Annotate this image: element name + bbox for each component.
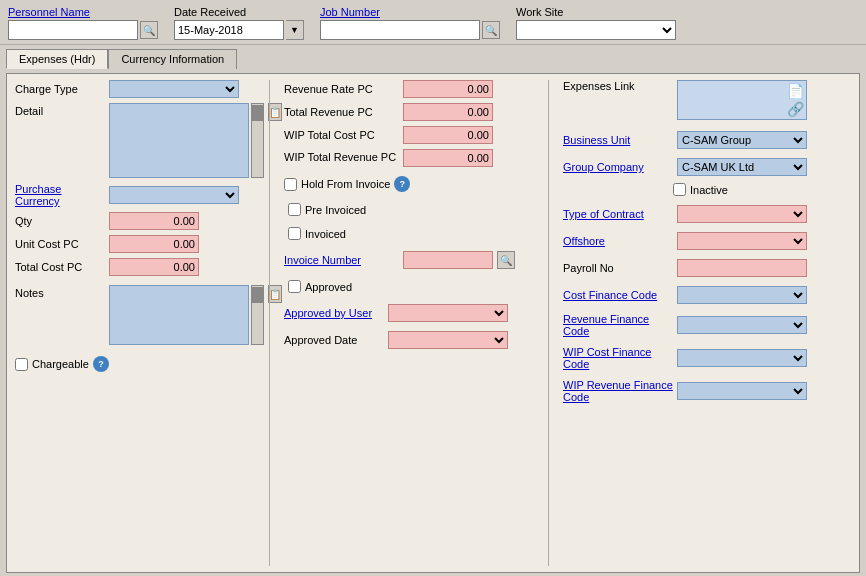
invoice-number-search-icon[interactable]: 🔍 [497, 251, 515, 269]
expenses-link-box: 📄 🔗 [677, 80, 807, 120]
group-company-select[interactable]: C-SAM UK Ltd [677, 158, 807, 176]
chargeable-row: Chargeable ? [15, 356, 255, 372]
payroll-no-input[interactable] [677, 259, 807, 277]
wip-total-revenue-pc-input[interactable] [403, 149, 493, 167]
unit-cost-pc-input[interactable] [109, 235, 199, 253]
expenses-link-paperclip-icon[interactable]: 🔗 [787, 101, 804, 117]
total-cost-pc-label: Total Cost PC [15, 261, 105, 273]
approved-by-user-label[interactable]: Approved by User [284, 307, 384, 319]
group-company-row: Group Company C-SAM UK Ltd [563, 158, 823, 176]
approved-by-user-select[interactable] [388, 304, 508, 322]
qty-input[interactable] [109, 212, 199, 230]
expenses-link-label: Expenses Link [563, 80, 673, 92]
type-of-contract-label[interactable]: Type of Contract [563, 208, 673, 220]
form-panel: Charge Type Detail 📋 [6, 73, 860, 573]
job-number-search-icon[interactable]: 🔍 [482, 21, 500, 39]
revenue-rate-pc-label: Revenue Rate PC [284, 83, 399, 95]
revenue-finance-code-select[interactable] [677, 316, 807, 334]
offshore-select[interactable] [677, 232, 807, 250]
total-cost-pc-row: Total Cost PC [15, 258, 255, 276]
work-site-select[interactable] [516, 20, 676, 40]
revenue-rate-pc-input[interactable] [403, 80, 493, 98]
approved-date-row: Approved Date [284, 331, 534, 349]
total-cost-pc-input[interactable] [109, 258, 199, 276]
work-site-group: Work Site [516, 6, 676, 40]
divider-2 [548, 80, 549, 566]
job-number-label[interactable]: Job Number [320, 6, 500, 18]
hold-from-invoice-label: Hold From Invoice [301, 178, 390, 190]
approved-row: Approved [284, 280, 534, 293]
wip-total-revenue-pc-label: WIP Total Revenue PC [284, 151, 399, 164]
wip-revenue-finance-code-label[interactable]: WIP Revenue Finance Code [563, 379, 673, 403]
invoice-number-label[interactable]: Invoice Number [284, 254, 399, 266]
wip-cost-finance-code-label[interactable]: WIP Cost Finance Code [563, 346, 673, 370]
group-company-label[interactable]: Group Company [563, 161, 673, 173]
hold-from-invoice-row: Hold From Invoice ? [284, 176, 534, 192]
col-right: Expenses Link 📄 🔗 Business Unit [563, 80, 823, 566]
revenue-rate-pc-row: Revenue Rate PC [284, 80, 534, 98]
personnel-name-search-icon[interactable]: 🔍 [140, 21, 158, 39]
invoice-number-input[interactable] [403, 251, 493, 269]
personnel-name-label[interactable]: Personnel Name [8, 6, 158, 18]
business-unit-label[interactable]: Business Unit [563, 134, 673, 146]
divider-1 [269, 80, 270, 566]
job-number-wrap: 🔍 [320, 20, 500, 40]
cost-finance-code-select[interactable] [677, 286, 807, 304]
business-unit-row: Business Unit C-SAM Group [563, 131, 823, 149]
job-number-input[interactable] [320, 20, 480, 40]
date-received-input[interactable] [174, 20, 284, 40]
wip-total-cost-pc-input[interactable] [403, 126, 493, 144]
tab-currency-information[interactable]: Currency Information [108, 49, 237, 69]
total-revenue-pc-row: Total Revenue PC [284, 103, 534, 121]
total-revenue-pc-input[interactable] [403, 103, 493, 121]
approved-date-select[interactable] [388, 331, 508, 349]
notes-textarea[interactable] [109, 285, 249, 345]
personnel-name-wrap: 🔍 [8, 20, 158, 40]
wip-total-cost-pc-row: WIP Total Cost PC [284, 126, 534, 144]
work-site-label: Work Site [516, 6, 676, 18]
notes-icon-btn[interactable]: 📋 [268, 285, 282, 303]
chargeable-checkbox[interactable] [15, 358, 28, 371]
tab-expenses-hdr[interactable]: Expenses (Hdr) [6, 49, 108, 69]
date-received-dropdown-icon[interactable]: ▼ [286, 20, 304, 40]
unit-cost-pc-row: Unit Cost PC [15, 235, 255, 253]
wip-cost-finance-code-select[interactable] [677, 349, 807, 367]
wip-revenue-finance-code-select[interactable] [677, 382, 807, 400]
hold-from-invoice-checkbox[interactable] [284, 178, 297, 191]
purchase-currency-label[interactable]: Purchase Currency [15, 183, 105, 207]
offshore-row: Offshore [563, 232, 823, 250]
pre-invoiced-checkbox[interactable] [288, 203, 301, 216]
unit-cost-pc-label: Unit Cost PC [15, 238, 105, 250]
work-site-wrap [516, 20, 676, 40]
cost-finance-code-label[interactable]: Cost Finance Code [563, 289, 673, 301]
expenses-link-file-icon[interactable]: 📄 [787, 83, 804, 99]
business-unit-select[interactable]: C-SAM Group [677, 131, 807, 149]
personnel-name-input[interactable] [8, 20, 138, 40]
approved-date-select-wrap [388, 331, 508, 349]
detail-row: Detail 📋 [15, 103, 255, 178]
wip-total-cost-pc-label: WIP Total Cost PC [284, 129, 399, 141]
type-of-contract-select[interactable] [677, 205, 807, 223]
detail-icon-btn[interactable]: 📋 [268, 103, 282, 121]
invoice-number-row: Invoice Number 🔍 [284, 251, 534, 269]
offshore-label[interactable]: Offshore [563, 235, 673, 247]
date-received-group: Date Received ▼ [174, 6, 304, 40]
detail-textarea[interactable] [109, 103, 249, 178]
revenue-finance-code-label[interactable]: Revenue Finance Code [563, 313, 673, 337]
charge-type-select[interactable] [109, 80, 239, 98]
invoiced-checkbox[interactable] [288, 227, 301, 240]
chargeable-label: Chargeable [32, 358, 89, 370]
total-revenue-pc-label: Total Revenue PC [284, 106, 399, 118]
chargeable-help-icon[interactable]: ? [93, 356, 109, 372]
approved-by-user-row: Approved by User [284, 304, 534, 322]
inactive-checkbox[interactable] [673, 183, 686, 196]
hold-from-invoice-help-icon[interactable]: ? [394, 176, 410, 192]
cost-finance-code-row: Cost Finance Code [563, 286, 823, 304]
approved-by-user-select-wrap [388, 304, 508, 322]
approved-checkbox[interactable] [288, 280, 301, 293]
top-bar: Personnel Name 🔍 Date Received ▼ Job Num… [0, 0, 866, 45]
purchase-currency-row: Purchase Currency [15, 183, 255, 207]
purchase-currency-select[interactable] [109, 186, 239, 204]
job-number-group: Job Number 🔍 [320, 6, 500, 40]
personnel-name-group: Personnel Name 🔍 [8, 6, 158, 40]
